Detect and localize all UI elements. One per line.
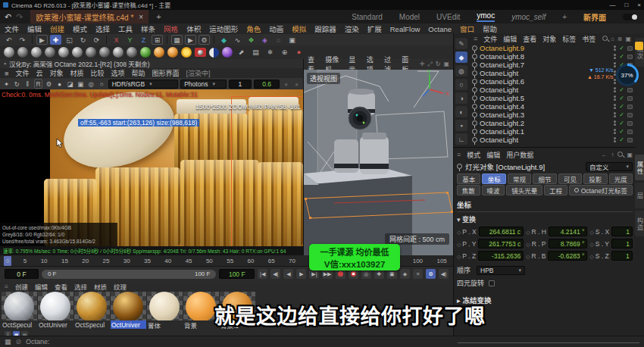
play-button-icon[interactable]: ▶ — [296, 269, 306, 279]
layout-tab-uvedit[interactable]: UVEdit — [436, 13, 460, 21]
light-tool-icon[interactable] — [154, 47, 164, 58]
layout-tab-ymoc[interactable]: ymoc — [477, 11, 495, 22]
visibility-dots-icon[interactable] — [614, 90, 616, 92]
menu-mesh[interactable]: 网格 — [164, 23, 178, 34]
enabled-check-icon[interactable]: ✓ — [619, 103, 624, 110]
menu-volume[interactable]: 体积 — [186, 23, 201, 34]
transform-group-title[interactable]: ▾ 变换 — [457, 214, 633, 224]
last-tool-icon[interactable]: ⟳ — [91, 35, 102, 45]
object-tag-icon[interactable] — [627, 55, 633, 59]
filter-icon[interactable]: ≋ — [617, 36, 623, 42]
back-arrow-icon[interactable]: ← — [601, 152, 607, 158]
new-interface-button[interactable]: 新界面 — [583, 11, 606, 23]
document-tab[interactable]: 欧莱雅小蜜罐-课堂终稿.c4d * × — [30, 10, 148, 23]
add-layout-button[interactable]: + — [562, 13, 567, 21]
enabled-check-icon[interactable]: ✓ — [619, 95, 624, 102]
make-editable-icon[interactable]: ✎ — [455, 38, 467, 49]
material-thumbnail[interactable] — [38, 292, 73, 320]
move-tool-icon[interactable]: ✚ — [50, 35, 61, 45]
clay-mode-icon[interactable]: ◪ — [66, 79, 74, 89]
enabled-check-icon[interactable]: ✓ — [619, 120, 624, 127]
octane-menu-compare[interactable]: 比较 — [91, 68, 105, 78]
object-row[interactable]: OctaneLight.5 ✓ — [469, 94, 636, 102]
object-row[interactable]: OctaneLight.3 ✓ — [469, 111, 636, 119]
object-tag-icon[interactable] — [627, 46, 633, 51]
target-icon[interactable]: ⊕ — [279, 48, 290, 58]
visibility-dots-icon[interactable] — [614, 132, 616, 134]
layout-tab-ymoc-self[interactable]: ymoc_self — [511, 13, 546, 21]
visibility-dots-icon[interactable] — [614, 115, 616, 117]
rh-field[interactable]: 4.2141 ° — [549, 227, 588, 236]
current-frame-field[interactable]: 0 F — [5, 269, 39, 279]
material-thumbnail[interactable] — [74, 292, 110, 320]
octane-menu-file[interactable]: 文件 — [15, 68, 29, 78]
samples-field[interactable]: 1 — [229, 80, 252, 89]
menu-mograph[interactable]: 运动图形 — [209, 23, 238, 34]
tab-noise[interactable]: 噪波 — [482, 185, 505, 195]
material-sphere-icon[interactable] — [86, 47, 96, 58]
prev-key-icon[interactable]: ◀| — [270, 269, 280, 279]
search-icon[interactable] — [617, 152, 623, 157]
pause-icon[interactable]: ‖ — [23, 79, 32, 89]
mat-menu-view[interactable]: 查看 — [55, 282, 67, 291]
coord-system-icon[interactable]: ⊞ — [152, 35, 163, 45]
quaternion-checkbox[interactable] — [489, 280, 495, 286]
play-tool-icon[interactable]: ▶ — [36, 35, 48, 45]
up-arrow-icon[interactable]: ↑ — [611, 152, 614, 158]
texture-mode-icon[interactable]: ◍ — [455, 65, 467, 77]
object-row[interactable]: OctaneLight ✓ — [469, 86, 636, 94]
minimize-button[interactable]: — — [609, 2, 615, 8]
mograph-icon[interactable]: ❖ — [245, 35, 257, 45]
menu-mode[interactable]: 模式 — [73, 23, 87, 34]
material-sphere-icon[interactable] — [4, 47, 14, 58]
order-dropdown[interactable]: HPB ▾ — [477, 266, 525, 275]
lock-z-icon[interactable]: Z — [138, 35, 149, 45]
menu-spline[interactable]: 样条 — [141, 23, 155, 34]
material-sphere-icon[interactable] — [58, 47, 69, 58]
render-view-icon[interactable]: ▦ — [171, 35, 183, 45]
material-sphere-icon[interactable] — [45, 47, 55, 58]
pz-field[interactable]: -315.2636 — [478, 251, 524, 261]
path-icon[interactable]: ▣ — [625, 36, 631, 42]
redo-tool-icon[interactable]: ↷ — [17, 35, 28, 45]
material-sphere-icon[interactable] — [127, 47, 137, 58]
menu-character[interactable]: 角色 — [246, 23, 261, 34]
menu-realflow[interactable]: RealFlow — [390, 25, 420, 33]
close-button[interactable]: × — [637, 2, 641, 8]
om-menu-objects[interactable]: 对象 — [542, 34, 556, 44]
interface-toggle[interactable] — [623, 14, 638, 20]
object-tag-icon[interactable] — [627, 88, 633, 92]
tab-project[interactable]: 工程 — [544, 185, 567, 195]
material-sphere-icon[interactable] — [72, 47, 83, 58]
menu-extensions[interactable]: 扩展 — [367, 23, 382, 34]
field-icon[interactable]: ◌ — [273, 35, 284, 45]
object-row[interactable]: OctaneLight.1 ✓ — [469, 127, 636, 136]
px-field[interactable]: 264.6811 c — [479, 227, 524, 236]
object-tag-icon[interactable] — [627, 113, 633, 117]
point-mode-icon[interactable]: ○ — [455, 79, 467, 90]
tab-basic[interactable]: 基本 — [457, 174, 480, 184]
visibility-dots-icon[interactable] — [614, 123, 616, 126]
visibility-dots-icon[interactable] — [614, 57, 616, 59]
camera-tool-icon[interactable] — [195, 48, 206, 57]
render-picture-icon[interactable]: ▶ — [185, 35, 196, 45]
spline-pen-icon[interactable]: ∿ — [232, 35, 243, 45]
environment-icon[interactable] — [209, 48, 219, 58]
octane-menu-materials[interactable]: 材质 — [70, 68, 83, 78]
object-tag-icon[interactable] — [627, 130, 633, 134]
scatter-tool-icon[interactable] — [140, 47, 151, 58]
enabled-check-icon[interactable]: ✓ — [619, 136, 624, 143]
mat-menu-select[interactable]: 选择 — [74, 282, 87, 291]
object-row[interactable]: OctaneLight.9 ✓ — [469, 44, 636, 52]
rb-field[interactable]: -0.6283 ° — [548, 251, 587, 261]
model-mode-icon[interactable]: ◆ — [455, 52, 467, 63]
material-sphere-icon[interactable] — [17, 47, 28, 58]
add-doc-button[interactable]: + — [156, 12, 161, 21]
enabled-check-icon[interactable]: ✓ — [619, 86, 624, 93]
settings-gear-icon[interactable]: ⚙ — [45, 79, 53, 89]
tab-shadow[interactable]: 投影 — [583, 174, 607, 184]
object-tag-icon[interactable] — [627, 105, 633, 109]
menu-tracker[interactable]: 跟踪器 — [314, 23, 336, 34]
material-sphere-icon[interactable] — [31, 47, 42, 58]
material-item[interactable]: OctSpecul — [74, 292, 110, 329]
